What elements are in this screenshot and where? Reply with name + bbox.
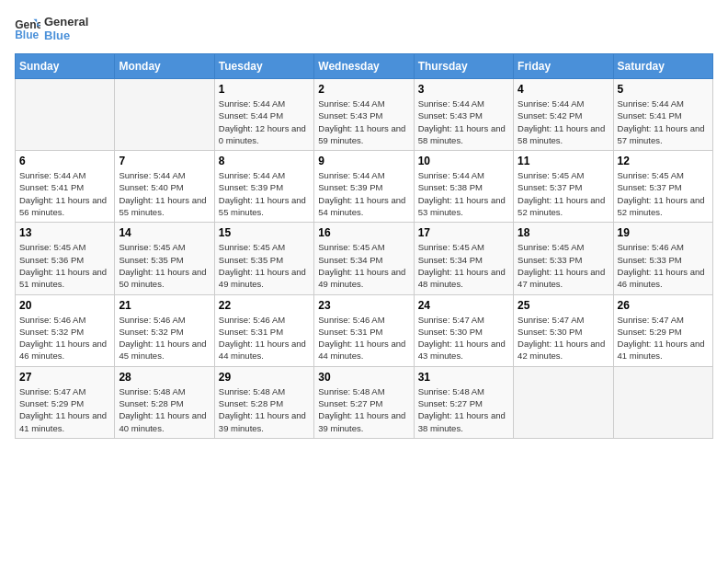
day-info: Sunrise: 5:46 AMSunset: 5:33 PMDaylight:… [618,241,709,290]
calendar-cell: 6Sunrise: 5:44 AMSunset: 5:41 PMDaylight… [16,151,115,223]
day-number: 22 [219,299,310,312]
weekday-header: Monday [115,54,214,79]
day-info: Sunrise: 5:45 AMSunset: 5:36 PMDaylight:… [19,241,110,290]
day-number: 11 [518,155,609,167]
day-number: 8 [219,155,310,167]
day-info: Sunrise: 5:44 AMSunset: 5:38 PMDaylight:… [418,169,509,218]
weekday-header: Thursday [414,54,513,79]
calendar-week-row: 6Sunrise: 5:44 AMSunset: 5:41 PMDaylight… [16,151,713,223]
day-number: 24 [418,299,509,312]
day-number: 7 [119,155,210,167]
day-info: Sunrise: 5:47 AMSunset: 5:30 PMDaylight:… [418,314,509,362]
day-info: Sunrise: 5:46 AMSunset: 5:31 PMDaylight:… [219,314,310,362]
day-number: 15 [219,226,310,239]
calendar-cell: 7Sunrise: 5:44 AMSunset: 5:40 PMDaylight… [115,151,214,223]
day-info: Sunrise: 5:46 AMSunset: 5:32 PMDaylight:… [119,314,210,362]
day-info: Sunrise: 5:48 AMSunset: 5:28 PMDaylight:… [219,385,310,434]
calendar-cell: 25Sunrise: 5:47 AMSunset: 5:30 PMDayligh… [514,294,613,366]
day-number: 2 [318,83,409,96]
header: General Blue General Blue [15,15,713,42]
logo-general: General [44,15,88,29]
calendar-cell: 12Sunrise: 5:45 AMSunset: 5:37 PMDayligh… [613,151,712,223]
calendar-cell: 27Sunrise: 5:47 AMSunset: 5:29 PMDayligh… [16,366,115,438]
day-info: Sunrise: 5:45 AMSunset: 5:35 PMDaylight:… [219,241,310,290]
day-number: 13 [19,226,110,239]
day-info: Sunrise: 5:45 AMSunset: 5:33 PMDaylight:… [518,241,609,290]
calendar-cell: 28Sunrise: 5:48 AMSunset: 5:28 PMDayligh… [115,366,214,438]
calendar-cell: 8Sunrise: 5:44 AMSunset: 5:39 PMDaylight… [214,151,313,223]
day-info: Sunrise: 5:46 AMSunset: 5:32 PMDaylight:… [19,314,110,362]
day-number: 25 [518,299,609,312]
day-number: 18 [518,226,609,239]
calendar-header-row: SundayMondayTuesdayWednesdayThursdayFrid… [16,54,713,79]
calendar-cell: 26Sunrise: 5:47 AMSunset: 5:29 PMDayligh… [613,294,712,366]
day-number: 26 [618,299,709,312]
weekday-header: Sunday [16,54,115,79]
day-info: Sunrise: 5:45 AMSunset: 5:37 PMDaylight:… [518,169,609,218]
day-number: 3 [418,83,509,96]
day-number: 31 [418,371,509,384]
calendar-cell: 29Sunrise: 5:48 AMSunset: 5:28 PMDayligh… [214,366,313,438]
calendar-week-row: 20Sunrise: 5:46 AMSunset: 5:32 PMDayligh… [16,294,713,366]
logo-icon: General Blue [15,17,40,40]
day-info: Sunrise: 5:45 AMSunset: 5:34 PMDaylight:… [318,241,409,290]
logo: General Blue General Blue [15,15,88,42]
calendar-cell: 22Sunrise: 5:46 AMSunset: 5:31 PMDayligh… [214,294,313,366]
calendar-cell: 21Sunrise: 5:46 AMSunset: 5:32 PMDayligh… [115,294,214,366]
day-number: 4 [518,83,609,96]
calendar-cell: 30Sunrise: 5:48 AMSunset: 5:27 PMDayligh… [314,366,414,438]
calendar-cell: 13Sunrise: 5:45 AMSunset: 5:36 PMDayligh… [16,223,115,294]
calendar-cell [16,79,115,151]
day-info: Sunrise: 5:44 AMSunset: 5:40 PMDaylight:… [119,169,210,218]
day-number: 10 [418,155,509,167]
svg-text:Blue: Blue [15,29,39,40]
calendar-cell: 5Sunrise: 5:44 AMSunset: 5:41 PMDaylight… [613,79,712,151]
day-number: 28 [119,371,210,384]
day-info: Sunrise: 5:44 AMSunset: 5:42 PMDaylight:… [518,98,609,146]
day-info: Sunrise: 5:44 AMSunset: 5:41 PMDaylight:… [618,98,709,146]
calendar-week-row: 27Sunrise: 5:47 AMSunset: 5:29 PMDayligh… [16,366,713,438]
day-number: 12 [618,155,709,167]
day-info: Sunrise: 5:46 AMSunset: 5:31 PMDaylight:… [318,314,409,362]
calendar-cell: 20Sunrise: 5:46 AMSunset: 5:32 PMDayligh… [16,294,115,366]
day-info: Sunrise: 5:48 AMSunset: 5:27 PMDaylight:… [318,385,409,434]
day-number: 1 [219,83,310,96]
calendar-cell: 23Sunrise: 5:46 AMSunset: 5:31 PMDayligh… [314,294,414,366]
calendar-week-row: 13Sunrise: 5:45 AMSunset: 5:36 PMDayligh… [16,223,713,294]
calendar-cell: 18Sunrise: 5:45 AMSunset: 5:33 PMDayligh… [514,223,613,294]
day-number: 17 [418,226,509,239]
calendar-week-row: 1Sunrise: 5:44 AMSunset: 5:44 PMDaylight… [16,79,713,151]
calendar-cell: 4Sunrise: 5:44 AMSunset: 5:42 PMDaylight… [514,79,613,151]
day-info: Sunrise: 5:44 AMSunset: 5:43 PMDaylight:… [318,98,409,146]
day-number: 27 [19,371,110,384]
calendar-table: SundayMondayTuesdayWednesdayThursdayFrid… [15,53,713,439]
day-number: 9 [318,155,409,167]
day-number: 30 [318,371,409,384]
calendar-cell [115,79,214,151]
calendar-cell: 1Sunrise: 5:44 AMSunset: 5:44 PMDaylight… [214,79,313,151]
calendar-cell: 17Sunrise: 5:45 AMSunset: 5:34 PMDayligh… [414,223,513,294]
day-info: Sunrise: 5:47 AMSunset: 5:29 PMDaylight:… [618,314,709,362]
day-number: 23 [318,299,409,312]
day-info: Sunrise: 5:45 AMSunset: 5:34 PMDaylight:… [418,241,509,290]
day-number: 29 [219,371,310,384]
day-number: 20 [19,299,110,312]
day-number: 6 [19,155,110,167]
calendar-cell: 31Sunrise: 5:48 AMSunset: 5:27 PMDayligh… [414,366,513,438]
day-info: Sunrise: 5:47 AMSunset: 5:29 PMDaylight:… [19,385,110,434]
day-number: 19 [618,226,709,239]
calendar-cell: 9Sunrise: 5:44 AMSunset: 5:39 PMDaylight… [314,151,414,223]
day-info: Sunrise: 5:48 AMSunset: 5:27 PMDaylight:… [418,385,509,434]
calendar-cell: 3Sunrise: 5:44 AMSunset: 5:43 PMDaylight… [414,79,513,151]
day-number: 5 [618,83,709,96]
day-info: Sunrise: 5:44 AMSunset: 5:39 PMDaylight:… [318,169,409,218]
calendar-cell: 11Sunrise: 5:45 AMSunset: 5:37 PMDayligh… [514,151,613,223]
weekday-header: Tuesday [214,54,313,79]
calendar-cell: 14Sunrise: 5:45 AMSunset: 5:35 PMDayligh… [115,223,214,294]
day-info: Sunrise: 5:44 AMSunset: 5:44 PMDaylight:… [219,98,310,146]
calendar-cell: 10Sunrise: 5:44 AMSunset: 5:38 PMDayligh… [414,151,513,223]
day-number: 14 [119,226,210,239]
day-info: Sunrise: 5:48 AMSunset: 5:28 PMDaylight:… [119,385,210,434]
weekday-header: Friday [514,54,613,79]
logo-blue: Blue [44,29,88,42]
